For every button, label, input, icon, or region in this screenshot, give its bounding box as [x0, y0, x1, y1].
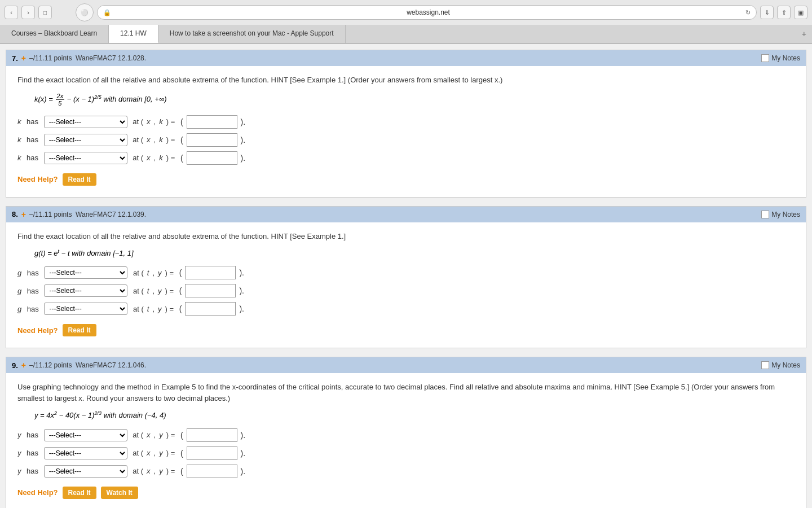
question-9-function: y = 4x2 − 40(x − 1)2/3 with domain (−4, …: [34, 410, 795, 419]
stop-button[interactable]: ⚪: [76, 3, 94, 21]
question-7-number: 7.: [12, 54, 18, 63]
question-7-select-2[interactable]: ---Select--- a relative minimum a relati…: [44, 134, 127, 146]
question-8-read-it-button[interactable]: Read It: [63, 324, 96, 336]
question-7-row-2: k has ---Select--- a relative minimum a …: [17, 133, 795, 147]
question-8-my-notes[interactable]: My Notes: [761, 211, 800, 218]
question-7-input-2[interactable]: [187, 133, 237, 147]
tabs-bar: Courses – Blackboard Learn 12.1 HW How t…: [0, 25, 812, 43]
forward-button[interactable]: ›: [21, 6, 35, 19]
question-9-number: 9.: [12, 361, 18, 370]
browser-chrome: ‹ › □ ⚪ 🔒 webassign.net ↻ ⇓ ⇧ ▣ Courses …: [0, 0, 812, 44]
question-7-my-notes[interactable]: My Notes: [761, 54, 800, 62]
question-9-block: 9. + –/11.12 points WaneFMAC7 12.1.046. …: [6, 357, 806, 508]
share-icon[interactable]: ⇧: [777, 6, 791, 19]
question-8-points: –/11.11 points WaneFMAC7 12.1.039.: [29, 211, 146, 218]
question-8-input-1[interactable]: [185, 266, 236, 279]
download-icon[interactable]: ⇓: [760, 6, 774, 19]
question-7-header: 7. + –/11.11 points WaneFMAC7 12.1.028. …: [6, 50, 806, 66]
question-7-header-left: 7. + –/11.11 points WaneFMAC7 12.1.028.: [12, 54, 146, 63]
question-8-row-2: g has ---Select--- a relative minimum a …: [17, 284, 795, 297]
question-7-read-it-button[interactable]: Read It: [63, 173, 96, 186]
window-button[interactable]: □: [38, 6, 52, 19]
question-7-select-1[interactable]: ---Select--- a relative minimum a relati…: [44, 116, 127, 128]
question-9-select-3[interactable]: ---Select--- a relative minimum a relati…: [44, 465, 127, 478]
question-8-row-1: g has ---Select--- a relative minimum a …: [17, 266, 795, 279]
question-9-header: 9. + –/11.12 points WaneFMAC7 12.1.046. …: [6, 357, 806, 373]
question-7-block: 7. + –/11.11 points WaneFMAC7 12.1.028. …: [6, 50, 806, 198]
browser-toolbar: ‹ › □ ⚪ 🔒 webassign.net ↻ ⇓ ⇧ ▣: [0, 0, 812, 25]
question-8-block: 8. + –/11.11 points WaneFMAC7 12.1.039. …: [6, 206, 806, 349]
question-9-input-2[interactable]: [187, 446, 237, 460]
address-bar[interactable]: 🔒 webassign.net ↻: [97, 5, 757, 20]
question-7-row-3: k has ---Select--- a relative minimum a …: [17, 151, 795, 165]
question-7-input-3[interactable]: [187, 151, 237, 165]
url-text: webassign.net: [114, 8, 743, 16]
question-9-row-2: y has ---Select--- a relative minimum a …: [17, 446, 795, 460]
new-tab-icon[interactable]: ▣: [794, 6, 807, 19]
question-9-select-1[interactable]: ---Select--- a relative minimum a relati…: [44, 429, 127, 441]
question-9-read-it-button[interactable]: Read It: [63, 487, 96, 499]
notes-icon-8: [761, 211, 769, 218]
question-9-points: –/11.12 points WaneFMAC7 12.1.046.: [29, 361, 146, 369]
question-8-text: Find the exact location of all the relat…: [17, 231, 795, 242]
question-8-function: g(t) = et − t with domain [−1, 1]: [34, 248, 795, 257]
question-7-input-1[interactable]: [187, 115, 237, 129]
question-9-body: Use graphing technology and the method i…: [6, 373, 806, 508]
question-9-select-2[interactable]: ---Select--- a relative minimum a relati…: [44, 447, 127, 459]
page-content: 7. + –/11.11 points WaneFMAC7 12.1.028. …: [0, 44, 812, 508]
question-9-need-help-text: Need Help?: [17, 488, 58, 497]
question-8-input-2[interactable]: [185, 284, 236, 297]
back-button[interactable]: ‹: [5, 6, 18, 19]
question-8-body: Find the exact location of all the relat…: [6, 222, 806, 348]
question-8-row-3: g has ---Select--- a relative minimum a …: [17, 302, 795, 316]
question-8-need-help-text: Need Help?: [17, 326, 58, 335]
question-8-select-1[interactable]: ---Select--- a relative minimum a relati…: [44, 266, 127, 279]
notes-icon: [761, 54, 769, 62]
question-9-watch-it-button[interactable]: Watch It: [101, 487, 138, 499]
question-7-row-1: k has ---Select--- a relative minimum a …: [17, 115, 795, 129]
question-7-points: –/11.11 points WaneFMAC7 12.1.028.: [29, 54, 146, 62]
question-7-need-help: Need Help? Read It: [17, 173, 795, 186]
question-9-input-3[interactable]: [187, 465, 237, 478]
question-8-header-left: 8. + –/11.11 points WaneFMAC7 12.1.039.: [12, 210, 146, 219]
tab-blackboard[interactable]: Courses – Blackboard Learn: [0, 25, 109, 43]
question-9-row-3: y has ---Select--- a relative minimum a …: [17, 465, 795, 478]
question-9-my-notes[interactable]: My Notes: [761, 361, 800, 369]
question-8-need-help: Need Help? Read It: [17, 324, 795, 336]
question-7-text: Find the exact location of all the relat…: [17, 75, 795, 86]
question-9-row-1: y has ---Select--- a relative minimum a …: [17, 428, 795, 442]
question-8-input-3[interactable]: [185, 302, 236, 316]
question-8-select-2[interactable]: ---Select--- a relative minimum a relati…: [44, 284, 127, 297]
new-tab-button[interactable]: +: [796, 25, 812, 43]
question-9-text: Use graphing technology and the method i…: [17, 382, 795, 404]
question-9-plus-icon: +: [21, 361, 26, 370]
question-8-number: 8.: [12, 210, 18, 218]
question-9-header-left: 9. + –/11.12 points WaneFMAC7 12.1.046.: [12, 361, 146, 370]
question-9-input-1[interactable]: [187, 428, 237, 442]
question-7-select-3[interactable]: ---Select--- a relative minimum a relati…: [44, 152, 127, 164]
question-7-need-help-text: Need Help?: [17, 175, 58, 183]
notes-icon-9: [761, 361, 769, 369]
reload-button[interactable]: ↻: [745, 9, 751, 16]
question-8-plus-icon: +: [21, 210, 26, 219]
question-9-need-help: Need Help? Read It Watch It: [17, 487, 795, 499]
question-7-plus-icon: +: [21, 54, 26, 63]
lock-icon: 🔒: [103, 9, 111, 16]
tab-hw[interactable]: 12.1 HW: [109, 25, 158, 43]
tab-apple[interactable]: How to take a screenshot on your Mac - A…: [158, 25, 346, 43]
question-7-body: Find the exact location of all the relat…: [6, 66, 806, 197]
question-8-header: 8. + –/11.11 points WaneFMAC7 12.1.039. …: [6, 207, 806, 222]
question-8-select-3[interactable]: ---Select--- a relative minimum a relati…: [44, 303, 127, 315]
question-7-function: k(x) = 2x5 − (x − 1)2/5 with domain [0, …: [34, 93, 795, 107]
